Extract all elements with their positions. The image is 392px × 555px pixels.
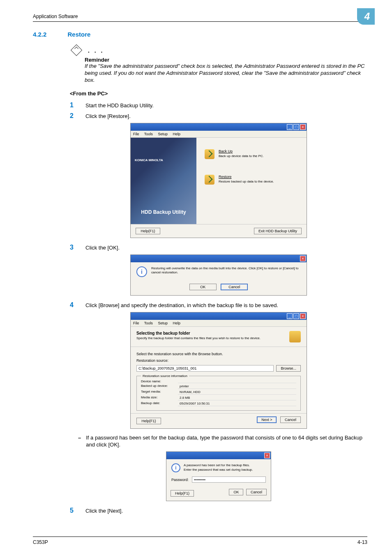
- step-5-text: Click the [Next].: [85, 507, 367, 514]
- backup-icon: [205, 149, 214, 159]
- step-4-text: Click [Browse] and specify the destinati…: [85, 301, 367, 308]
- password-msg-2: Enter the password that was set during b…: [184, 468, 253, 472]
- menu-help[interactable]: Help: [173, 132, 180, 136]
- reminder-text: If the "Save the administrator password"…: [85, 63, 367, 84]
- password-input[interactable]: [192, 476, 266, 483]
- reminder-label: Reminder: [85, 57, 367, 63]
- password-dialog: × i A password has been set for the back…: [166, 451, 271, 501]
- close-button[interactable]: ×: [300, 124, 306, 130]
- titlebar: _ □ ×: [131, 312, 307, 320]
- backup-date-label: Backup date:: [141, 401, 178, 406]
- ok-button[interactable]: OK: [229, 489, 243, 495]
- cancel-button[interactable]: Cancel: [221, 284, 248, 290]
- exit-button[interactable]: Exit HDD Backup Utility: [254, 228, 302, 234]
- backup-link[interactable]: Back Up Back up device data to the PC.: [205, 149, 298, 159]
- brand-panel: KONICA MINOLTA HDD Backup Utility: [131, 138, 196, 224]
- menubar: File Tools Setup Help: [131, 131, 307, 138]
- fieldset-title: Restoration source information: [141, 374, 189, 378]
- ok-button[interactable]: OK: [189, 284, 217, 290]
- restoration-info-fieldset: Restoration source information Device na…: [136, 376, 301, 411]
- step-3-number: 3: [70, 244, 78, 251]
- backed-device-label: Backed up device:: [141, 384, 178, 389]
- restoration-source-input[interactable]: C:\Backup_20070529_105031_001: [136, 365, 274, 372]
- footer-page-number: 4-13: [357, 539, 367, 545]
- media-size-label: Media size:: [141, 395, 178, 400]
- step-1-text: Start the HDD Backup Utility.: [85, 102, 367, 109]
- menu-file[interactable]: File: [133, 321, 139, 325]
- help-button[interactable]: Help(F1): [136, 418, 161, 424]
- backup-link-desc: Back up device data to the PC.: [219, 154, 264, 158]
- restoration-source-label: Restoration source:: [136, 358, 301, 363]
- backup-link-title: Back Up: [219, 149, 264, 153]
- maximize-button[interactable]: □: [293, 313, 299, 319]
- next-button[interactable]: Next >: [257, 416, 277, 423]
- info-icon: i: [171, 463, 180, 472]
- restore-link-desc: Restore backed up data to the device.: [219, 180, 274, 183]
- restore-link[interactable]: Restore Restore backed up data to the de…: [205, 175, 298, 185]
- from-pc-heading: <From the PC>: [70, 90, 367, 97]
- step-5-number: 5: [70, 507, 78, 514]
- close-button[interactable]: ×: [264, 453, 270, 458]
- brand-panel-title: HDD Backup Utility: [131, 209, 196, 215]
- brand-logo: KONICA MINOLTA: [135, 158, 192, 162]
- titlebar: _ □ ×: [131, 123, 307, 131]
- help-button[interactable]: Help(F1): [171, 490, 194, 497]
- step-4-number: 4: [70, 301, 78, 309]
- wizard-desc: Specify the backup folder that contains …: [136, 336, 261, 340]
- titlebar: ×: [131, 255, 307, 262]
- info-icon: i: [136, 266, 147, 277]
- footer-model: C353P: [33, 539, 48, 545]
- menubar: File Tools Setup Help: [131, 320, 307, 327]
- browse-button[interactable]: Browse...: [276, 365, 301, 372]
- help-button[interactable]: Help(F1): [136, 228, 160, 234]
- menu-help[interactable]: Help: [173, 321, 180, 325]
- bullet-dash: –: [78, 435, 81, 449]
- menu-setup[interactable]: Setup: [158, 132, 168, 136]
- step-2-number: 2: [70, 112, 78, 120]
- cancel-button[interactable]: Cancel: [280, 416, 301, 423]
- target-media-value: NVRAM, HDD: [178, 390, 296, 395]
- section-number: 4.2.2: [33, 31, 66, 38]
- target-media-label: Target media:: [141, 390, 178, 395]
- minimize-button[interactable]: _: [287, 124, 293, 130]
- menu-tools[interactable]: Tools: [144, 321, 153, 325]
- restore-link-title: Restore: [219, 175, 274, 179]
- device-name-label: Device name:: [141, 379, 178, 383]
- password-msg-1: A password has been set for the backup f…: [184, 463, 253, 467]
- note-icon: [71, 44, 82, 56]
- close-button[interactable]: ×: [300, 313, 306, 319]
- cancel-button[interactable]: Cancel: [246, 489, 267, 495]
- instruction-text: Select the restoration source with the B…: [136, 352, 301, 356]
- page-header-title: Application Software: [33, 14, 78, 19]
- select-backup-folder-window: _ □ × File Tools Setup Help Selecting th…: [130, 312, 307, 429]
- minimize-button[interactable]: _: [287, 313, 293, 319]
- menu-tools[interactable]: Tools: [144, 132, 153, 136]
- reminder-dots: . . .: [88, 47, 104, 54]
- step-4-sub-text: If a password has been set for the backu…: [86, 435, 367, 449]
- maximize-button[interactable]: □: [293, 124, 299, 130]
- backed-device-value: printer: [178, 384, 296, 389]
- section-title: Restore: [67, 31, 90, 38]
- close-button[interactable]: ×: [300, 256, 306, 261]
- chapter-number-badge: 4: [357, 8, 375, 25]
- device-name-value: [178, 379, 296, 383]
- menu-setup[interactable]: Setup: [158, 321, 168, 325]
- restore-icon: [205, 175, 214, 185]
- media-size-value: 2.8 MB: [178, 395, 296, 400]
- step-2-text: Click the [Restore].: [85, 112, 367, 119]
- step-3-text: Click the [OK].: [85, 244, 367, 251]
- backup-date-value: 05/29/2007 10:50:31: [178, 401, 296, 406]
- confirm-restore-dialog: × i Restoring will overwrite the data on…: [130, 254, 307, 296]
- wizard-title: Selecting the backup folder: [136, 331, 261, 335]
- step-1-number: 1: [70, 102, 78, 109]
- confirm-message: Restoring will overwrite the data on the…: [151, 266, 301, 275]
- titlebar: ×: [166, 452, 271, 459]
- hdd-backup-window: _ □ × File Tools Setup Help KONICA MINOL…: [130, 123, 307, 238]
- password-label: Password:: [171, 478, 189, 482]
- wizard-icon: [289, 331, 301, 342]
- menu-file[interactable]: File: [133, 132, 139, 136]
